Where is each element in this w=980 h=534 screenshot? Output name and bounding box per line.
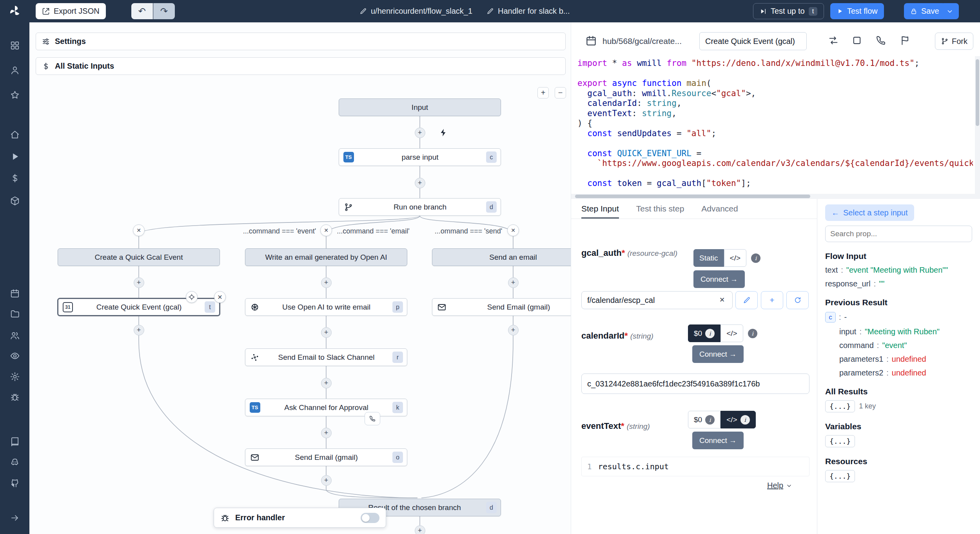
add-step-button[interactable]: + <box>415 128 425 138</box>
sync-icon[interactable] <box>828 35 839 46</box>
trigger-zap-icon[interactable] <box>439 128 448 137</box>
add-step-button[interactable]: + <box>415 178 425 188</box>
node-use-openai[interactable]: Use Open AI to write email p <box>245 298 407 316</box>
dollar-icon[interactable] <box>10 173 20 183</box>
delete-node-button[interactable]: ✕ <box>214 291 226 303</box>
groups-icon[interactable] <box>10 330 20 341</box>
node-input[interactable]: Input <box>339 98 501 116</box>
add-step-button[interactable]: + <box>508 277 519 288</box>
event-text-expression-editor[interactable]: 1 results.c.input <box>581 457 809 476</box>
prop-item-parameters2[interactable]: parameters2:undefined <box>839 368 972 377</box>
windmill-logo[interactable] <box>8 4 22 18</box>
flow-path[interactable]: u/henricourdent/flow_slack_1 <box>359 7 472 16</box>
folder-icon[interactable] <box>10 309 20 319</box>
info-icon[interactable]: i <box>740 415 750 425</box>
info-icon[interactable]: i <box>751 253 760 263</box>
flag-icon[interactable] <box>900 35 911 46</box>
home-icon[interactable] <box>10 129 20 140</box>
calendar-id-input[interactable] <box>581 374 809 394</box>
node-ask-channel-approval[interactable]: TS Ask Channel for Approval k <box>245 399 407 416</box>
step-summary-input[interactable] <box>699 32 807 50</box>
add-step-button[interactable]: + <box>321 428 332 438</box>
flow-canvas[interactable]: Settings All Static Inputs + − Input TS … <box>29 22 571 534</box>
add-step-button[interactable]: + <box>321 378 332 388</box>
gcal-auth-connect-button[interactable]: Connect → <box>693 270 745 288</box>
tab-advanced[interactable]: Advanced <box>701 199 738 219</box>
zoom-out-button[interactable]: − <box>555 87 566 98</box>
add-step-button[interactable]: + <box>321 327 332 338</box>
approval-phone-button[interactable] <box>365 412 380 425</box>
github-icon[interactable] <box>10 478 20 488</box>
javascript-mode-button[interactable]: </>i <box>720 411 755 428</box>
test-up-to-button[interactable]: Test up to t <box>753 3 824 19</box>
fork-button[interactable]: Fork <box>935 33 973 50</box>
remove-branch-button-2[interactable]: ✕ <box>320 224 332 236</box>
info-icon[interactable]: i <box>748 329 757 338</box>
node-send-email-slack[interactable]: Send Email to Slack Channel r <box>245 348 407 366</box>
prop-item-response_url[interactable]: response_url:"" <box>825 279 972 288</box>
help-link[interactable]: Help <box>767 481 793 490</box>
refresh-resource-button[interactable] <box>786 291 809 309</box>
javascript-mode-button[interactable]: </> <box>720 324 743 342</box>
info-icon[interactable]: i <box>705 415 715 425</box>
gcal-auth-resource-input[interactable] <box>581 291 733 309</box>
discord-icon[interactable] <box>10 457 20 467</box>
test-flow-button[interactable]: Test flow <box>830 3 884 19</box>
variables-object-badge[interactable]: {...} <box>825 435 855 447</box>
hub-icon[interactable] <box>10 196 20 206</box>
flow-summary[interactable]: Handler for slack b... <box>486 7 570 16</box>
docs-icon[interactable] <box>10 437 20 447</box>
expand-icon[interactable] <box>851 35 862 46</box>
node-branch-summary-2[interactable]: Write an email generated by Open AI <box>245 248 407 266</box>
apps-icon[interactable] <box>10 40 20 51</box>
info-icon[interactable]: i <box>705 329 715 338</box>
static-mode-button[interactable]: Static <box>693 249 724 267</box>
prop-item-parameters1[interactable]: parameters1:undefined <box>839 355 972 364</box>
flow-settings-bar[interactable]: Settings <box>36 33 566 50</box>
error-handler-bar[interactable]: Error handler <box>214 508 386 528</box>
search-prop-input[interactable] <box>825 226 972 242</box>
code-editor[interactable]: import * as wmill from "https://deno.lan… <box>577 58 973 191</box>
node-send-email-gmail[interactable]: Send Email (gmail) o <box>245 448 407 466</box>
add-step-button[interactable]: + <box>321 277 332 288</box>
calendar-icon[interactable] <box>10 288 20 299</box>
save-more-button[interactable] <box>941 3 959 19</box>
node-branch-summary-3[interactable]: Send an email <box>432 248 571 266</box>
all-results-object-badge[interactable]: {...} <box>825 400 855 412</box>
resources-object-badge[interactable]: {...} <box>825 470 855 482</box>
event-text-connect-button[interactable]: Connect → <box>692 432 744 449</box>
flow-static-inputs-bar[interactable]: All Static Inputs <box>36 57 566 75</box>
vertical-scrollbar[interactable] <box>975 56 980 194</box>
remove-branch-button-1[interactable]: ✕ <box>133 224 145 236</box>
select-step-input-button[interactable]: ← Select a step input <box>825 204 914 221</box>
node-send-email-gmail-2[interactable]: Send Email (gmail) <box>432 298 571 316</box>
tab-test-this-step[interactable]: Test this step <box>636 199 684 219</box>
export-json-button[interactable]: Export JSON <box>36 3 106 19</box>
play-icon[interactable] <box>10 151 20 162</box>
edit-resource-button[interactable] <box>735 291 758 309</box>
undo-button[interactable]: ↶ <box>131 3 153 19</box>
hub-script-path[interactable]: hub/568/gcal/create... <box>603 36 682 46</box>
phone-icon[interactable] <box>875 35 886 46</box>
eye-icon[interactable] <box>10 351 20 361</box>
prop-item-command[interactable]: command:"event" <box>839 341 972 350</box>
add-step-button[interactable]: + <box>415 525 425 534</box>
error-handler-toggle[interactable] <box>361 513 379 523</box>
static-mode-button[interactable]: $0i <box>688 411 720 428</box>
node-parse-input[interactable]: TS parse input c <box>339 148 501 166</box>
clear-resource-icon[interactable]: ✕ <box>719 296 725 304</box>
redo-button[interactable]: ↷ <box>153 3 175 19</box>
static-mode-button[interactable]: $0i <box>688 324 720 342</box>
javascript-mode-button[interactable]: </> <box>724 249 746 267</box>
add-step-button[interactable]: + <box>134 277 144 288</box>
node-branch-summary-1[interactable]: Create a Quick Gcal Event <box>58 248 220 266</box>
save-button[interactable]: Save <box>904 3 946 19</box>
add-step-button[interactable]: + <box>321 475 332 486</box>
node-run-one-branch[interactable]: Run one branch d <box>339 198 501 216</box>
move-node-button[interactable] <box>186 291 198 303</box>
horizontal-scrollbar[interactable] <box>571 194 980 199</box>
add-step-button[interactable]: + <box>134 325 144 335</box>
prop-item-text[interactable]: text:"event "Meeting with Ruben"" <box>825 266 972 275</box>
add-resource-button[interactable]: + <box>761 291 783 309</box>
tab-step-input[interactable]: Step Input <box>581 199 619 219</box>
